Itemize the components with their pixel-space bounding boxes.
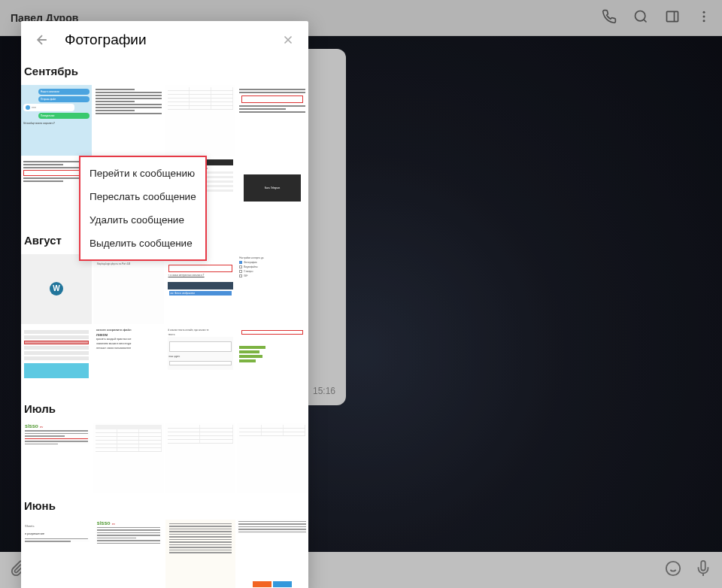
sidebar-icon[interactable] — [665, 9, 680, 27]
thumb-caption: ам: Фото и изображени — [169, 291, 232, 296]
photo-thumb[interactable]: sissoev — [21, 423, 92, 493]
photo-thumb[interactable] — [93, 85, 164, 156]
photo-thumb[interactable]: Stop/wp-login.php на no.Port 443 — [93, 254, 164, 325]
svg-point-4 — [703, 11, 705, 13]
panel-title: Фотографии — [65, 32, 266, 48]
photo-thumb[interactable]: Sheets я разрешение — [21, 520, 92, 588]
month-label-jul: Июль — [21, 396, 308, 423]
menu-select-message[interactable]: Выделить сообщение — [80, 232, 205, 255]
photo-thumb[interactable] — [165, 85, 236, 156]
menu-delete-message[interactable]: Удалить сообщение — [80, 208, 205, 232]
photo-thumb[interactable] — [237, 423, 308, 493]
photo-thumb[interactable]: хотите сохранить файл ликом хранить кажд… — [93, 326, 164, 396]
menu-goto-message[interactable]: Перейти к сообщению — [80, 162, 205, 185]
photo-thumb[interactable] — [237, 326, 308, 396]
photo-thumb[interactable] — [165, 520, 236, 588]
panel-header: Фотографии — [21, 21, 308, 59]
photo-thumb[interactable]: Быть Telegram — [237, 157, 308, 228]
thumb-caption: т о самых интересных каналах в Т — [168, 273, 234, 277]
menu-forward-message[interactable]: Переслать сообщение — [80, 185, 205, 208]
context-menu: Перейти к сообщению Переслать сообщение … — [79, 156, 207, 261]
photo-thumb[interactable] — [237, 85, 308, 156]
photo-grid: W Stop/wp-login.php на no.Port 443 ые Te… — [21, 254, 308, 397]
photo-grid: sissoev — [21, 423, 308, 493]
search-icon[interactable] — [633, 9, 648, 27]
close-icon[interactable] — [281, 33, 295, 47]
thumb-caption: Sheets — [23, 522, 89, 531]
more-icon[interactable] — [696, 9, 711, 27]
photos-scroll[interactable]: Сентябрь Наши в компании Отправь файл ━━… — [21, 59, 308, 588]
svg-point-0 — [636, 11, 645, 20]
photo-thumb[interactable] — [165, 423, 236, 493]
svg-point-7 — [666, 562, 680, 575]
photo-thumb[interactable]: Наши в компании Отправь файл ━━━ Понедел… — [21, 85, 92, 156]
photo-thumb[interactable] — [93, 423, 164, 493]
photo-thumb[interactable] — [237, 520, 308, 588]
call-icon[interactable] — [602, 9, 617, 27]
back-icon[interactable] — [35, 32, 50, 47]
thumb-caption: я разрешение — [23, 531, 89, 537]
photo-thumb[interactable]: sissoev — [93, 520, 164, 588]
photo-thumb[interactable]: ые Telegram-боты в категории «Н т о самы… — [165, 254, 236, 325]
photos-panel: Фотографии Сентябрь Наши в компании Отпр… — [21, 21, 308, 588]
svg-point-5 — [703, 15, 705, 17]
svg-point-6 — [703, 20, 705, 22]
photo-thumb[interactable]: й анализ текста онлайн, про анализ те те… — [165, 326, 236, 396]
photo-thumb[interactable]: Настройки экспорта да Фотографии Видеофа… — [237, 254, 308, 325]
mic-icon[interactable] — [695, 560, 711, 580]
month-label-sep: Сентябрь — [21, 59, 308, 85]
photo-thumb[interactable] — [21, 326, 92, 396]
month-label-jun: Июнь — [21, 493, 308, 520]
photo-thumb[interactable]: W — [21, 254, 92, 325]
svg-line-1 — [644, 19, 647, 22]
svg-rect-2 — [667, 11, 678, 21]
emoji-icon[interactable] — [665, 560, 681, 580]
photo-grid: Sheets я разрешение sissoev — [21, 520, 308, 588]
